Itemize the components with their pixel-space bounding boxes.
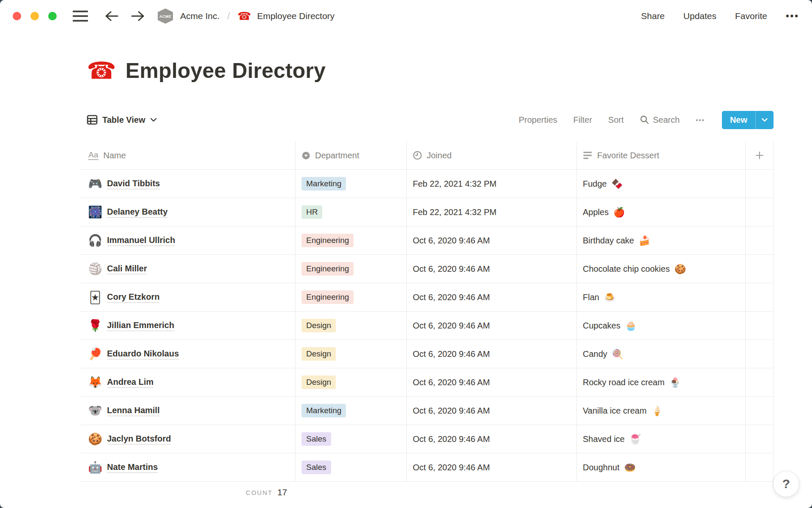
department-cell[interactable]: Engineering [296, 255, 407, 283]
dessert-cell[interactable]: Vanilla ice cream🍦 [577, 397, 746, 425]
column-header-favorite-dessert[interactable]: Favorite Dessert [577, 141, 746, 169]
table-row: 🐨Lenna HamillMarketingOct 6, 2020 9:46 A… [80, 397, 774, 425]
dessert-cell[interactable]: Chocolate chip cookies🍪 [577, 255, 746, 283]
column-header-name[interactable]: Aa Name [80, 141, 296, 169]
dessert-cell[interactable]: Rocky road ice cream🍨 [577, 368, 746, 396]
department-cell[interactable]: Sales [296, 453, 407, 481]
joined-cell[interactable]: Feb 22, 2021 4:32 PM [407, 170, 577, 198]
row-add-cell [746, 283, 774, 311]
page-link[interactable]: Immanuel Ullrich [107, 235, 175, 246]
page-link[interactable]: Jaclyn Botsford [107, 434, 171, 444]
name-cell[interactable]: 🎧Immanuel Ullrich [80, 226, 296, 254]
view-more-icon[interactable]: ••• [696, 116, 705, 124]
table-rows: 🎮David TibbitsMarketingFeb 22, 2021 4:32… [80, 170, 774, 482]
page-link[interactable]: Delaney Beatty [107, 207, 167, 218]
page-link[interactable]: Lenna Hamill [107, 406, 159, 416]
new-button[interactable]: New [722, 111, 774, 129]
joined-cell[interactable]: Oct 6, 2020 9:46 AM [407, 255, 577, 283]
department-cell[interactable]: Marketing [296, 170, 407, 198]
name-cell[interactable]: 🦊Andrea Lim [80, 368, 296, 396]
department-cell[interactable]: Engineering [296, 283, 407, 311]
row-add-cell [746, 312, 774, 340]
forward-button[interactable] [130, 10, 145, 22]
page-title-icon[interactable]: ☎ [87, 59, 116, 83]
column-header-department[interactable]: Department [296, 141, 407, 169]
name-cell[interactable]: 🤖Nate Martins [80, 453, 296, 481]
joined-cell[interactable]: Oct 6, 2020 9:46 AM [407, 312, 577, 340]
dessert-cell[interactable]: Apples🍎 [577, 198, 746, 226]
dessert-text: Chocolate chip cookies [583, 264, 670, 274]
department-cell[interactable]: Design [296, 312, 407, 340]
joined-cell[interactable]: Oct 6, 2020 9:46 AM [407, 340, 577, 368]
page-link[interactable]: Andrea Lim [107, 377, 154, 388]
joined-cell[interactable]: Oct 6, 2020 9:46 AM [407, 397, 577, 425]
department-cell[interactable]: Sales [296, 425, 407, 453]
share-button[interactable]: Share [641, 11, 665, 21]
favorite-button[interactable]: Favorite [735, 11, 767, 21]
department-cell[interactable]: Design [296, 340, 407, 368]
name-cell[interactable]: 🎮David Tibbits [80, 170, 296, 198]
dessert-cell[interactable]: Fudge🍫 [577, 170, 746, 198]
name-cell[interactable]: 🌹Jillian Emmerich [80, 312, 296, 340]
row-add-cell [746, 453, 774, 481]
dessert-cell[interactable]: Flan🍮 [577, 283, 746, 311]
department-cell[interactable]: Marketing [296, 397, 407, 425]
row-add-cell [746, 368, 774, 396]
dessert-cell[interactable]: Cupcakes🧁 [577, 312, 746, 340]
name-cell[interactable]: 🐨Lenna Hamill [80, 397, 296, 425]
page-link[interactable]: Nate Martins [107, 462, 158, 473]
calculation-row[interactable]: COUNT 17 [80, 482, 296, 503]
department-cell[interactable]: HR [296, 198, 407, 226]
joined-cell[interactable]: Oct 6, 2020 9:46 AM [407, 425, 577, 453]
joined-cell[interactable]: Oct 6, 2020 9:46 AM [407, 368, 577, 396]
zoom-window-button[interactable] [48, 12, 57, 20]
name-cell[interactable]: 🎆Delaney Beatty [80, 198, 296, 226]
name-cell[interactable]: 🏓Eduardo Nikolaus [80, 340, 296, 368]
department-tag: Engineering [302, 262, 354, 276]
dessert-text: Flan [583, 293, 599, 302]
add-column-button[interactable] [746, 141, 774, 169]
sort-button[interactable]: Sort [608, 115, 624, 125]
sidebar-menu-icon[interactable] [73, 11, 88, 22]
dessert-text: Fudge [583, 179, 607, 189]
more-options-icon[interactable]: ••• [786, 11, 799, 22]
properties-button[interactable]: Properties [518, 115, 557, 125]
filter-button[interactable]: Filter [573, 115, 592, 125]
table-row: 🏓Eduardo NikolausDesignOct 6, 2020 9:46 … [80, 340, 774, 368]
name-cell[interactable]: 🍪Jaclyn Botsford [80, 425, 296, 453]
page-link[interactable]: Cali Miller [107, 264, 147, 274]
minimize-window-button[interactable] [30, 12, 39, 20]
back-button[interactable] [104, 10, 119, 22]
dessert-emoji: 🍩 [624, 462, 636, 473]
joined-cell[interactable]: Feb 22, 2021 4:32 PM [407, 198, 577, 226]
column-header-joined[interactable]: Joined [407, 141, 577, 169]
breadcrumb: Acme Inc. / ☎ Employee Directory [180, 10, 335, 22]
updates-button[interactable]: Updates [683, 11, 716, 21]
department-cell[interactable]: Design [296, 368, 407, 396]
name-cell[interactable]: 🏐Cali Miller [80, 255, 296, 283]
name-cell[interactable]: 🃏Cory Etzkorn [80, 283, 296, 311]
dessert-cell[interactable]: Shaved ice🍧 [577, 425, 746, 453]
table-row: 🍪Jaclyn BotsfordSalesOct 6, 2020 9:46 AM… [80, 425, 774, 453]
page-link[interactable]: Cory Etzkorn [107, 292, 159, 303]
page-link[interactable]: Eduardo Nikolaus [107, 349, 179, 359]
database-toolbar: Table View Properties Filter Sort Search… [80, 110, 774, 130]
breadcrumb-page[interactable]: Employee Directory [257, 11, 335, 21]
joined-cell[interactable]: Oct 6, 2020 9:46 AM [407, 283, 577, 311]
joined-cell[interactable]: Oct 6, 2020 9:46 AM [407, 453, 577, 481]
help-button[interactable]: ? [773, 471, 799, 497]
search-button[interactable]: Search [640, 115, 680, 125]
new-button-chevron-icon[interactable] [755, 111, 774, 129]
joined-cell[interactable]: Oct 6, 2020 9:46 AM [407, 226, 577, 254]
department-cell[interactable]: Engineering [296, 226, 407, 254]
close-window-button[interactable] [13, 12, 21, 20]
breadcrumb-workspace[interactable]: Acme Inc. [180, 11, 219, 21]
dessert-cell[interactable]: Doughnut🍩 [577, 453, 746, 481]
workspace-logo[interactable]: ACME [156, 8, 174, 24]
dessert-cell[interactable]: Birthday cake🍰 [577, 226, 746, 254]
page-link[interactable]: David Tibbits [107, 179, 160, 189]
page-link[interactable]: Jillian Emmerich [107, 320, 174, 331]
dessert-cell[interactable]: Candy🍭 [577, 340, 746, 368]
view-switcher[interactable]: Table View [87, 114, 157, 125]
new-button-label[interactable]: New [722, 111, 755, 129]
